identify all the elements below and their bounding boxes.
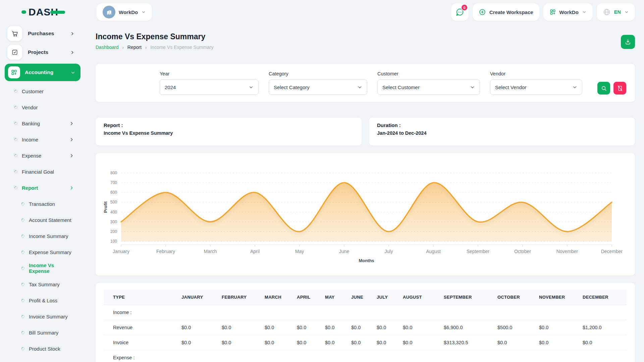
- svg-text:400: 400: [110, 210, 117, 215]
- row-label: Invoice: [104, 335, 177, 350]
- table-card: TYPEJANUARYFEBRUARYMARCHAPRILMAYJUNEJULY…: [96, 283, 635, 362]
- sidebar-item-vendor[interactable]: Vendor: [0, 99, 80, 115]
- profit-area-chart: 100200300400500600700800JanuaryFebruaryM…: [102, 157, 628, 268]
- sidebar-item-label: Vendor: [22, 105, 38, 110]
- svg-text:700: 700: [110, 180, 117, 185]
- filter-category: Category Select Category: [269, 71, 367, 95]
- bullet-icon: [14, 90, 17, 93]
- logo-bar-icon: [50, 11, 65, 14]
- sidebar-item-label: Account Statement: [29, 217, 71, 223]
- sidebar-item-projects[interactable]: Projects: [0, 43, 80, 62]
- app-menu-label: WorkDo: [559, 9, 579, 15]
- sidebar-item-income-vs-expense[interactable]: Income Vs Expense: [0, 260, 80, 276]
- svg-text:Months: Months: [359, 258, 374, 263]
- sidebar-item-label: Income Summary: [29, 233, 68, 239]
- category-select[interactable]: Select Category: [269, 79, 367, 95]
- sidebar-item-expense[interactable]: Expense: [0, 147, 80, 164]
- filter-customer: Customer Select Customer: [377, 71, 480, 95]
- customer-label: Customer: [377, 71, 480, 76]
- vendor-label: Vendor: [490, 71, 582, 76]
- year-select[interactable]: 2024: [160, 79, 259, 95]
- breadcrumb-report[interactable]: Report: [127, 45, 142, 50]
- sidebar-item-report[interactable]: Report: [0, 180, 80, 196]
- bullet-icon: [14, 122, 17, 125]
- sidebar-item-profit-loss[interactable]: Profit & Loss: [0, 292, 80, 308]
- brand-logo[interactable]: DASH: [0, 0, 80, 24]
- svg-text:August: August: [426, 249, 441, 254]
- duration-card-value: Jan-2024 to Dec-2024: [377, 130, 627, 136]
- vendor-select[interactable]: Select Vendor: [490, 79, 582, 95]
- sidebar-item-label: Bill Summary: [29, 330, 58, 336]
- svg-text:February: February: [156, 249, 175, 254]
- create-workspace-button[interactable]: Create Workspace: [473, 3, 539, 21]
- chevron-down-icon: [470, 85, 475, 90]
- sidebar-item-income[interactable]: Income: [0, 131, 80, 147]
- bullet-icon: [21, 315, 24, 318]
- vendor-value: Select Vendor: [495, 84, 526, 90]
- column-header: FEBRUARY: [218, 290, 261, 305]
- cell-value: $0.0: [373, 335, 399, 350]
- language-selector[interactable]: EN: [597, 3, 635, 21]
- sidebar-item-label: Tax Summary: [29, 282, 60, 287]
- notifications-button[interactable]: 0: [451, 3, 469, 21]
- sidebar-item-cash-flow[interactable]: Cash Flow: [0, 357, 80, 362]
- cell-value: $0.0: [293, 335, 321, 350]
- svg-text:300: 300: [110, 220, 117, 224]
- sidebar-item-invoice-summary[interactable]: Invoice Summary: [0, 308, 80, 324]
- svg-text:200: 200: [110, 229, 117, 234]
- filter-vendor: Vendor Select Vendor: [490, 71, 582, 95]
- sidebar-item-bill-summary[interactable]: Bill Summary: [0, 324, 80, 341]
- customer-select[interactable]: Select Customer: [377, 79, 480, 95]
- group-row-label: Income :: [104, 305, 627, 320]
- cell-value: $0.0: [493, 335, 535, 350]
- sidebar-item-product-stock[interactable]: Product Stock: [0, 341, 80, 357]
- sidebar-item-accounting[interactable]: Accounting: [5, 64, 80, 81]
- cell-value: $0.0: [218, 320, 261, 335]
- sidebar-item-banking[interactable]: Banking: [0, 115, 80, 131]
- workspace-switcher[interactable]: WorkDo: [97, 3, 152, 21]
- svg-text:January: January: [113, 249, 129, 254]
- chevron-right-icon: [69, 137, 74, 142]
- sidebar-item-label: Product Stock: [29, 346, 60, 352]
- search-button[interactable]: [597, 82, 610, 95]
- chevron-right-icon: [70, 50, 74, 55]
- bullet-icon: [21, 331, 24, 334]
- summary-row: Report : Income Vs Expense Summary Durat…: [96, 118, 635, 145]
- sidebar-item-label: Projects: [28, 49, 48, 55]
- grid-plus-icon: [8, 66, 20, 78]
- sidebar-item-expense-summary[interactable]: Expense Summary: [0, 244, 80, 260]
- main-content: Income Vs Expense Summary Dashboard › Re…: [80, 24, 644, 362]
- sidebar-item-tax-summary[interactable]: Tax Summary: [0, 276, 80, 292]
- category-label: Category: [269, 71, 367, 76]
- column-header: SEPTEMBER: [440, 290, 493, 305]
- reset-button[interactable]: [613, 82, 626, 95]
- cell-value: $0.0: [321, 335, 347, 350]
- svg-text:100: 100: [110, 239, 117, 244]
- year-label: Year: [160, 71, 259, 76]
- sidebar-menu: PurchasesProjectsAccountingCustomerVendo…: [0, 24, 80, 362]
- column-header: NOVEMBER: [535, 290, 579, 305]
- svg-text:May: May: [295, 249, 304, 254]
- notification-badge: 0: [461, 4, 468, 11]
- svg-text:July: July: [385, 249, 393, 254]
- sidebar-item-label: Transaction: [29, 201, 55, 207]
- svg-text:September: September: [467, 249, 490, 254]
- breadcrumb-dashboard[interactable]: Dashboard: [96, 45, 119, 50]
- duration-card-title: Duration :: [377, 122, 627, 128]
- download-button[interactable]: [621, 35, 635, 49]
- sidebar-item-customer[interactable]: Customer: [0, 83, 80, 99]
- cell-value: $0.0: [177, 320, 218, 335]
- cell-value: $1,200.0: [579, 320, 627, 335]
- sidebar-item-income-summary[interactable]: Income Summary: [0, 228, 80, 244]
- sidebar-item-transaction[interactable]: Transaction: [0, 196, 80, 212]
- customer-value: Select Customer: [382, 84, 420, 90]
- sidebar-item-financial-goal[interactable]: Financial Goal: [0, 164, 80, 180]
- cell-value: $0.0: [347, 320, 373, 335]
- column-header: JUNE: [347, 290, 373, 305]
- svg-text:600: 600: [110, 190, 117, 195]
- sidebar-item-account-statement[interactable]: Account Statement: [0, 212, 80, 228]
- cell-value: $500.0: [493, 320, 535, 335]
- sidebar-item-purchases[interactable]: Purchases: [0, 24, 80, 43]
- bullet-icon: [21, 235, 24, 238]
- app-menu-button[interactable]: WorkDo: [543, 3, 593, 21]
